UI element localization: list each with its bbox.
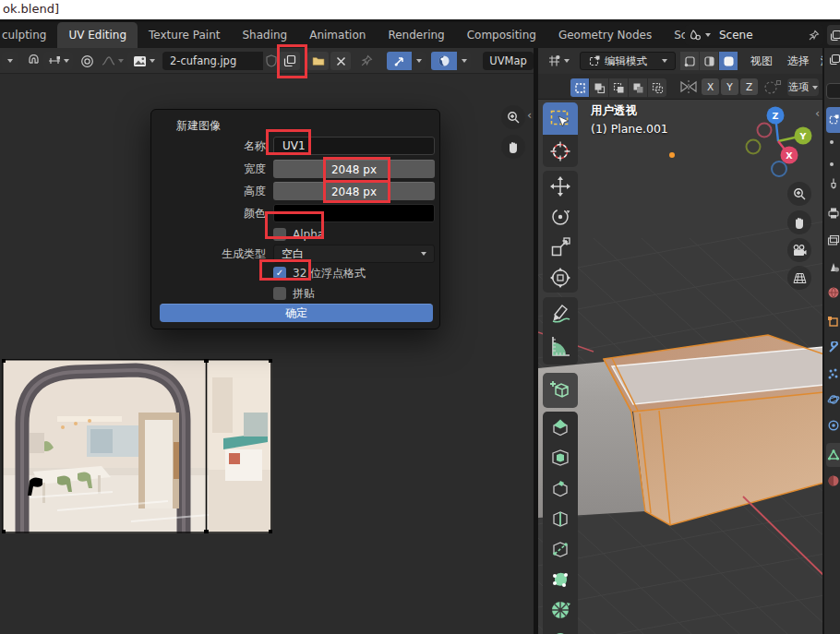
proportional-edit-icon[interactable] — [78, 52, 96, 70]
display-channels-dropdown[interactable] — [431, 52, 471, 70]
viewport-sidebar-collapse-arrow[interactable]: ‹ — [815, 108, 820, 119]
uv-image-preview[interactable] — [2, 359, 272, 533]
properties-tab-object-icon[interactable] — [827, 316, 840, 329]
vertex-select-button[interactable] — [680, 52, 699, 70]
pin-icon[interactable] — [358, 52, 375, 70]
properties-tab-viewlayer-icon[interactable] — [827, 234, 840, 247]
uv-editor-type-button[interactable] — [2, 52, 18, 70]
mode-dropdown[interactable]: 编辑模式 — [580, 52, 676, 70]
select-mode-set-button[interactable] — [570, 78, 589, 97]
gizmo-neg-z[interactable] — [772, 161, 786, 176]
confirm-button[interactable]: 确定 — [160, 304, 433, 322]
properties-tab-output-icon[interactable] — [827, 207, 840, 220]
face-select-button[interactable] — [719, 52, 738, 70]
edge-select-button[interactable] — [700, 52, 718, 70]
tool-loop-cut[interactable] — [543, 503, 578, 533]
tool-annotate[interactable] — [543, 297, 578, 328]
tool-poly-build[interactable] — [543, 564, 578, 594]
tool-knife[interactable] — [543, 533, 578, 564]
uvmap-field[interactable]: UVMap — [483, 52, 534, 70]
tool-extrude-region[interactable] — [543, 412, 578, 442]
options-dropdown[interactable]: 选项 — [787, 78, 819, 96]
tab-geometry-nodes[interactable]: Geometry Nodes — [547, 22, 663, 48]
tool-3d-cursor[interactable] — [543, 135, 578, 167]
properties-tab-modifiers-icon[interactable] — [827, 341, 840, 354]
tool-rotate[interactable] — [543, 201, 578, 232]
properties-tab-data-icon[interactable] — [827, 449, 840, 461]
tool-spin[interactable] — [543, 594, 578, 625]
tool-scale[interactable] — [543, 232, 578, 262]
height-slider[interactable]: 2048 px — [273, 182, 435, 200]
tab-shading[interactable]: Shading — [231, 22, 298, 48]
viewport-zoom-button[interactable] — [787, 182, 811, 206]
tool-move[interactable] — [543, 171, 578, 201]
properties-tab-scene-icon[interactable] — [827, 260, 840, 273]
properties-tab-material-icon[interactable] — [827, 474, 840, 487]
select-mode-intersect-button[interactable] — [648, 78, 666, 97]
tab-rendering[interactable]: Rendering — [377, 22, 455, 48]
color-swatch[interactable] — [273, 204, 435, 222]
image-browse-dropdown[interactable] — [127, 52, 161, 70]
snap-magnet-icon[interactable] — [24, 52, 42, 70]
mirror-y-button[interactable]: Y — [721, 78, 738, 95]
open-image-folder-button[interactable] — [307, 52, 329, 70]
region-divider[interactable] — [534, 48, 538, 634]
uv-sync-select-button[interactable] — [387, 52, 426, 70]
proportional-edit-toggle[interactable] — [763, 79, 782, 95]
tiled-checkbox[interactable] — [273, 287, 286, 300]
snap-target-dropdown[interactable] — [43, 52, 73, 70]
tool-bevel[interactable] — [543, 473, 578, 503]
tab-uv-editing[interactable]: UV Editing — [57, 22, 138, 48]
select-mode-invert-button[interactable] — [629, 78, 647, 97]
select-mode-subtract-button[interactable] — [609, 78, 628, 97]
tool-add-cube[interactable] — [543, 373, 578, 408]
image-name-field[interactable]: 2-cufang.jpg — [162, 52, 263, 70]
tab-sculpting[interactable]: culpting — [0, 22, 57, 48]
scene-selector[interactable]: Scene — [685, 25, 823, 45]
mirror-z-button[interactable]: Z — [740, 78, 758, 95]
falloff-curve-dropdown[interactable] — [98, 52, 127, 70]
mirror-butterfly-icon[interactable] — [679, 78, 698, 95]
scene-name[interactable]: Scene — [714, 29, 804, 42]
float-checkbox[interactable] — [273, 267, 286, 280]
properties-tab-tool[interactable] — [826, 107, 840, 133]
gizmo-neg-y[interactable] — [747, 140, 761, 154]
name-input[interactable]: UV1 — [273, 137, 435, 155]
uv-pan-hand-button[interactable] — [501, 135, 525, 159]
tool-measure[interactable] — [543, 328, 578, 365]
viewport-editor-type-button[interactable] — [543, 52, 574, 70]
properties-tab-particles-icon[interactable] — [827, 367, 840, 380]
pin-icon[interactable] — [808, 30, 820, 42]
mirror-x-button[interactable]: X — [702, 78, 719, 95]
new-image-button[interactable] — [279, 52, 300, 70]
tool-inset-faces[interactable] — [543, 442, 578, 473]
tool-smooth[interactable] — [543, 625, 578, 634]
select-mode-extend-button[interactable] — [590, 78, 608, 97]
viewport-pan-hand-button[interactable] — [787, 210, 811, 234]
properties-tab-constraints-icon[interactable] — [827, 419, 840, 432]
tool-transform[interactable] — [543, 262, 578, 293]
fake-user-shield-icon[interactable] — [264, 52, 278, 70]
menu-select[interactable]: 选择 — [787, 52, 810, 70]
tab-compositing[interactable]: Compositing — [456, 22, 547, 48]
alpha-checkbox[interactable] — [273, 228, 286, 241]
viewport-canvas[interactable]: Z Y X — [538, 100, 824, 634]
properties-tab-tool-icon[interactable] — [827, 177, 840, 190]
uv-zoom-button[interactable] — [501, 105, 525, 129]
properties-tab-world-icon[interactable] — [827, 286, 840, 299]
tool-select-box[interactable] — [543, 102, 578, 135]
properties-tab-physics-icon[interactable] — [827, 393, 840, 406]
generated-type-dropdown[interactable]: 空白 — [273, 245, 435, 263]
uv-sidebar-collapse-arrow[interactable]: ‹ — [527, 110, 532, 121]
width-slider[interactable]: 2048 px — [273, 160, 435, 178]
orthographic-toggle-button[interactable] — [787, 266, 811, 290]
camera-view-button[interactable] — [787, 238, 811, 262]
properties-search-field[interactable] — [826, 83, 840, 99]
unlink-image-button[interactable] — [330, 52, 351, 70]
tab-texture-paint[interactable]: Texture Paint — [138, 22, 231, 48]
gizmo-neg-x[interactable] — [758, 124, 772, 138]
tab-animation[interactable]: Animation — [298, 22, 377, 48]
properties-editor-type-icon[interactable] — [827, 54, 840, 66]
menu-view[interactable]: 视图 — [750, 52, 773, 70]
view-layer-button[interactable] — [827, 25, 840, 45]
